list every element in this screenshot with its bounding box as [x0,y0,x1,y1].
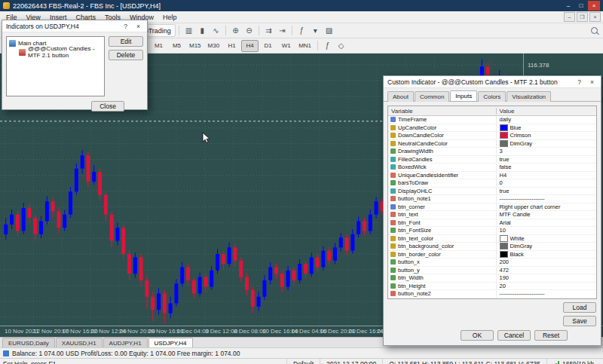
parameter-value-cell[interactable]: White [497,235,596,243]
indicators-icon[interactable]: ƒ [295,25,308,36]
save-button[interactable]: Save [563,316,596,326]
child-close-button[interactable]: × [589,12,601,22]
parameter-value-cell[interactable]: DimGray [497,243,596,250]
timeframe-m1-button[interactable]: M1 [150,40,167,52]
menu-help[interactable]: Help [158,14,182,21]
dialog-close-icon[interactable]: × [587,78,597,87]
parameter-value-cell[interactable]: 3 [497,148,596,155]
parameter-value-cell[interactable]: Right upper chart corner [497,203,596,211]
parameter-value-cell[interactable]: Black [497,251,596,258]
periods-dropdown-icon[interactable]: ▾ [309,25,322,36]
timeframe-m30-button[interactable]: M30 [205,40,223,52]
edit-button[interactable]: Edit [109,36,143,47]
line-chart-icon[interactable]: ∿ [210,25,222,36]
chart-tab-eurusd-daily[interactable]: EURUSD,Daily [2,338,55,347]
quick-indicators-icon[interactable]: ƒ [321,40,334,51]
timeframe-m5-button[interactable]: M5 [168,40,185,52]
timeframe-mn1-button[interactable]: MN1 [295,40,314,52]
parameter-value-cell[interactable]: 0 [497,179,596,187]
parameter-row[interactable]: DownCandleColorCrimson [388,132,596,140]
timeframe-m15-button[interactable]: M15 [186,40,204,52]
cancel-button[interactable]: Cancel [497,330,531,341]
child-minimize-button[interactable]: – [564,12,575,22]
parameter-row[interactable]: BoxedWickfalse [388,164,596,172]
candle-chart-icon[interactable]: ▮ [196,25,209,36]
dialog-help-button[interactable]: ? [121,22,130,31]
parameter-value-cell[interactable]: Blue [497,124,596,132]
parameter-row[interactable]: FilledCandlestrue [388,156,596,164]
parameter-value-cell[interactable]: ------------------------ [497,195,596,203]
parameter-value-cell[interactable]: true [497,188,596,195]
indicators-tree[interactable]: Main chart @@@Custom Candles - MTF 2.1 b… [6,36,105,96]
dialog-close-icon[interactable]: × [133,22,143,31]
parameter-value-cell[interactable]: Arial [497,219,596,227]
parameter-value-cell[interactable]: false [497,164,596,171]
tab-visualization[interactable]: Visualization [507,91,551,102]
custom-indicator-dialog-titlebar[interactable]: Custom Indicator - @@@Custom Candles - M… [384,76,601,88]
parameter-row[interactable]: UpCandleColorBlue [388,124,596,133]
tab-about[interactable]: About [387,91,414,102]
parameter-row[interactable]: btn_FontArial [388,219,596,228]
search-icon[interactable] [588,25,601,36]
parameter-row[interactable]: TimeFramedaily [388,116,596,124]
chart-shift-icon[interactable]: ⇥ [276,25,289,36]
parameter-value-cell[interactable]: daily [497,116,596,124]
connection-segment[interactable]: 1659/19 kb [546,359,600,364]
timeframe-w1-button[interactable]: W1 [277,40,295,52]
parameter-value-cell[interactable]: 10 [497,227,596,234]
parameter-row[interactable]: DisplayOHLCtrue [388,188,596,196]
parameter-value-cell[interactable]: 472 [497,267,596,274]
parameter-row[interactable]: btn_text_colorWhite [388,235,596,243]
parameter-row[interactable]: btn_FontSize10 [388,227,596,235]
zoom-in-icon[interactable]: ⊕ [229,25,242,36]
parameter-row[interactable]: btn_Height20 [388,283,596,291]
reset-button[interactable]: Reset [534,330,568,341]
load-button[interactable]: Load [563,302,596,313]
tab-colors[interactable]: Colors [478,91,506,102]
indicators-dialog-titlebar[interactable]: Indicators on USDJPY,H4 ? × [2,20,147,32]
parameter-row[interactable]: NeutralCandleColorDimGray [388,140,596,148]
tab-inputs[interactable]: Inputs [450,90,477,101]
parameter-value-cell[interactable]: Crimson [497,132,596,139]
child-restore-button[interactable]: ❐ [577,12,588,22]
parameter-value-cell[interactable]: 20 [497,283,596,290]
timeframe-h4-button[interactable]: H4 [241,40,259,52]
chart-tab-xauusd-h1[interactable]: XAUUSD,H1 [56,338,103,347]
templates-icon[interactable]: ▨ [323,25,335,36]
parameter-value-cell[interactable]: 200 [497,258,596,266]
parameter-row[interactable]: btn_cornerRight upper chart corner [388,203,596,212]
chart-tab-audjpy-h1[interactable]: AUDJPY,H1 [103,338,148,347]
tab-common[interactable]: Common [415,91,449,102]
timeframe-d1-button[interactable]: D1 [259,40,277,52]
parameter-value-cell[interactable]: DimGray [497,140,596,148]
maximize-button[interactable]: □ [575,1,587,11]
profile-segment[interactable]: Default [286,359,320,364]
parameter-row[interactable]: btn_Width190 [388,274,596,283]
timeframe-h1-button[interactable]: H1 [223,40,240,52]
close-dialog-button[interactable]: Close [91,101,124,112]
parameter-row[interactable]: button_y472 [388,267,596,275]
bar-chart-icon[interactable]: ▥ [182,25,195,36]
minimize-button[interactable]: – [562,1,574,11]
parameter-value-cell[interactable]: ------------------------ [497,290,596,298]
ok-button[interactable]: OK [461,330,494,341]
parameter-row[interactable]: UniqueCandlesIdentifierH4 [388,172,596,180]
parameter-value-cell[interactable]: MTF Candle [497,211,596,219]
parameter-value-cell[interactable]: H4 [497,172,596,179]
parameter-row[interactable]: btn_border_colorBlack [388,251,596,259]
delete-button[interactable]: Delete [109,50,143,60]
parameters-table[interactable]: Variable Value TimeFramedailyUpCandleCol… [387,106,597,299]
parameter-row[interactable]: button_x200 [388,258,596,267]
tree-item-indicator[interactable]: @@@Custom Candles - MTF 2.1 button [7,47,104,57]
parameter-value-cell[interactable]: true [497,156,596,164]
chart-tab-usdjpy-h4[interactable]: USDJPY,H4 [148,338,193,347]
dialog-help-button[interactable]: ? [574,78,584,87]
zoom-out-icon[interactable]: ⊖ [243,25,256,36]
parameter-row[interactable]: btn_textMTF Candle [388,211,596,219]
auto-scroll-icon[interactable]: ⇉ [262,25,275,36]
parameter-row[interactable]: DrawingWidth3 [388,148,596,156]
parameter-value-cell[interactable]: 190 [497,274,596,282]
parameter-row[interactable]: button_note2------------------------ [388,290,596,298]
parameter-row[interactable]: button_note1------------------------ [388,195,596,203]
close-button[interactable]: × [588,1,600,11]
